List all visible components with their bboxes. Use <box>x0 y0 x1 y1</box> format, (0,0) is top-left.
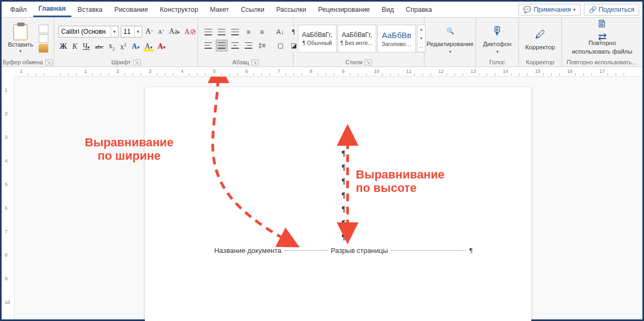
group-editing: 🔍 Редактирование ▾ <box>425 18 476 66</box>
chevron-down-icon: ▾ <box>418 34 425 43</box>
styles-launcher[interactable]: ↘ <box>364 59 372 65</box>
comment-icon: 💬 <box>523 6 531 13</box>
dictate-button[interactable]: 🎙 Диктофон ▾ <box>476 21 519 56</box>
group-font: ▾ ▾ A˄ A˅ Aa▾ A⊘ Ж К Ч▾ abc x2 <box>54 18 198 66</box>
style-name: ¶ Без инте… <box>339 40 375 46</box>
reuse-files-button[interactable]: 🗎⇄ Повторно использовать файлы <box>567 20 637 57</box>
editing-label: Редактирование <box>427 41 474 47</box>
align-center-button[interactable] <box>229 40 241 51</box>
chevron-down-icon[interactable]: ▾ <box>111 26 118 37</box>
decrease-indent-button[interactable]: ≡ <box>243 26 254 38</box>
align-justify-button[interactable] <box>216 40 228 51</box>
tab-insert[interactable]: Вставка <box>72 3 108 17</box>
style-name: Заголово… <box>379 41 414 47</box>
subscript-button[interactable]: x2 <box>108 42 116 51</box>
share-button[interactable]: 🔗 Поделиться <box>584 4 639 16</box>
share-label: Поделиться <box>599 6 634 13</box>
strikethrough-button[interactable]: abc <box>94 43 104 50</box>
font-name-combo[interactable]: ▾ <box>58 26 119 38</box>
document-area[interactable]: ¶¶¶¶ ¶¶¶¶ Название·документа Разрыв стра… <box>14 77 642 319</box>
paste-button[interactable]: Вставить ▾ <box>6 23 35 55</box>
group-clipboard-label: Буфер обмена <box>3 59 43 65</box>
chevron-up-icon: ▴ <box>418 25 425 34</box>
tab-file[interactable]: Файл <box>5 3 32 17</box>
style-no-spacing[interactable]: АаБбВвГг, ¶ Без инте… <box>338 25 376 53</box>
text-effects-button[interactable]: A▾ <box>131 42 141 51</box>
style-normal[interactable]: АаБбВвГг, ¶ Обычный <box>298 25 336 53</box>
cut-button[interactable] <box>39 25 48 33</box>
copy-button[interactable] <box>39 34 48 43</box>
group-voice-label: Голос <box>489 59 505 65</box>
increase-indent-button[interactable]: ≡ <box>256 26 268 38</box>
workspace: 12345678910 ¶¶¶¶ ¶¶¶¶ Название·документа… <box>2 77 642 319</box>
superscript-button[interactable]: x2 <box>119 42 128 51</box>
group-voice: 🎙 Диктофон ▾ Голос <box>476 18 519 66</box>
editing-button[interactable]: 🔍 Редактирование ▾ <box>429 21 472 56</box>
reuse-label-2: использовать файлы <box>572 48 633 55</box>
font-size-combo[interactable]: ▾ <box>121 26 142 38</box>
font-name-input[interactable] <box>59 28 111 35</box>
group-font-label: Шрифт <box>111 59 130 65</box>
tab-design[interactable]: Конструктор <box>155 3 203 17</box>
tab-view[interactable]: Вид <box>376 3 399 17</box>
bullets-button[interactable] <box>202 26 214 38</box>
editor-button[interactable]: 🖊︎ Корректор <box>519 25 562 53</box>
tab-references[interactable]: Ссылки <box>236 3 270 17</box>
dictate-label: Диктофон <box>483 41 511 47</box>
annotation-vertical-align: Выравнивание по высоте <box>356 168 444 195</box>
style-heading1[interactable]: АаБбВв Заголово… <box>377 25 416 53</box>
dotted-leader <box>284 250 327 251</box>
annotation-justify: Выравнивание по ширине <box>85 136 173 163</box>
shrink-font-button[interactable]: A˅ <box>157 27 166 36</box>
change-case-button[interactable]: Aa▾ <box>168 27 181 36</box>
pilcrow-icon: ¶ <box>470 246 473 255</box>
page: ¶¶¶¶ ¶¶¶¶ Название·документа Разрыв стра… <box>145 87 531 321</box>
share-icon: 🔗 <box>589 6 597 13</box>
paragraph-launcher[interactable]: ↘ <box>251 59 259 65</box>
chevron-down-icon: ▾ <box>449 49 451 54</box>
clear-formatting-button[interactable]: A⊘ <box>183 27 197 36</box>
sort-button[interactable]: A↓ <box>274 26 286 38</box>
align-right-button[interactable] <box>243 40 254 51</box>
ruler-vertical[interactable]: 12345678910 <box>2 77 14 319</box>
editor-label: Корректор <box>525 44 555 50</box>
group-editor: 🖊︎ Корректор Корректор <box>519 18 562 66</box>
ribbon: Вставить ▾ Буфер обмена ↘ <box>2 18 642 67</box>
numbering-button[interactable] <box>216 26 228 38</box>
tab-mailings[interactable]: Рассылки <box>271 3 312 17</box>
ribbon-tabs: Файл Главная Вставка Рисование Конструкт… <box>2 2 642 18</box>
font-color-button[interactable]: A▾ <box>157 42 166 51</box>
group-editor-label: Корректор <box>526 59 554 65</box>
chevron-down-icon: ▾ <box>496 49 499 54</box>
group-clipboard: Вставить ▾ Буфер обмена ↘ <box>2 18 54 66</box>
tab-draw[interactable]: Рисование <box>109 3 153 17</box>
italic-button[interactable]: К <box>71 42 78 51</box>
ruler-horizontal[interactable]: 11234567891011121314151617 <box>14 67 642 77</box>
multilevel-button[interactable] <box>229 26 241 38</box>
group-paragraph-label: Абзац <box>232 59 249 65</box>
tab-review[interactable]: Рецензирование <box>313 3 376 17</box>
document-title-line[interactable]: Название·документа Разрыв страницы ¶ <box>188 246 499 255</box>
grow-font-button[interactable]: A˄ <box>144 27 155 36</box>
clipboard-launcher[interactable]: ↘ <box>45 59 53 65</box>
document-title-text: Название·документа <box>214 247 281 255</box>
font-launcher[interactable]: ↘ <box>133 59 141 65</box>
chevron-down-icon[interactable]: ▾ <box>134 26 142 37</box>
line-spacing-button[interactable]: ‡≡ <box>256 40 268 51</box>
comments-button[interactable]: 💬 Примечания ▾ <box>518 4 580 16</box>
group-reuse-label: Повторно использовать… <box>567 59 638 65</box>
highlight-button[interactable]: A▾ <box>144 42 153 51</box>
format-painter-button[interactable] <box>39 44 48 53</box>
align-left-button[interactable] <box>202 40 214 51</box>
tab-layout[interactable]: Макет <box>204 3 234 17</box>
reuse-label-1: Повторно <box>588 40 616 46</box>
bold-button[interactable]: Ж <box>58 42 68 51</box>
tab-home[interactable]: Главная <box>33 2 71 17</box>
chevron-down-icon: ▾ <box>573 7 576 12</box>
group-styles-label: Стили <box>346 59 363 65</box>
font-size-input[interactable] <box>121 28 134 35</box>
borders-button[interactable]: ▢ <box>274 40 286 51</box>
group-reuse: 🗎⇄ Повторно использовать файлы Повторно … <box>562 18 642 66</box>
underline-button[interactable]: Ч▾ <box>82 42 91 51</box>
tab-help[interactable]: Справка <box>400 3 437 17</box>
